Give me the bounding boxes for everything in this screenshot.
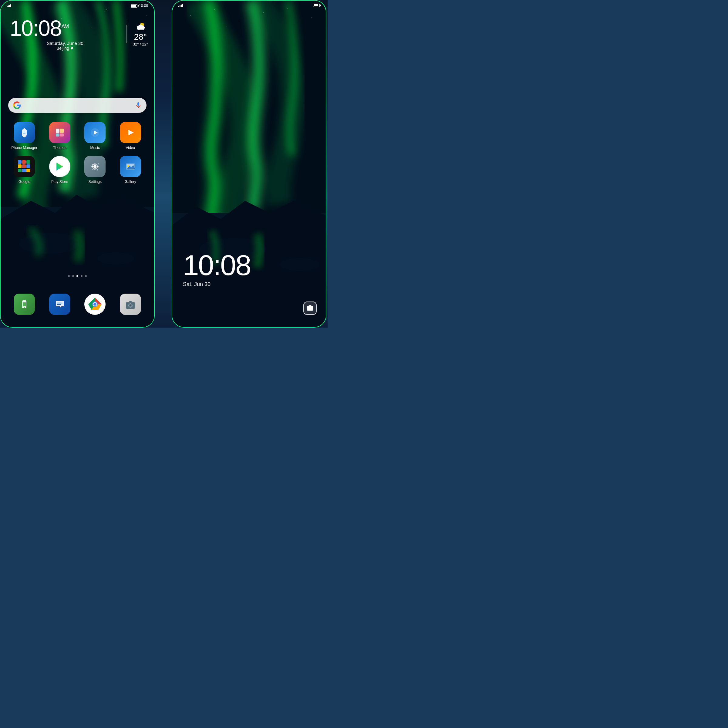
svg-point-12	[98, 252, 134, 265]
video-icon	[120, 122, 141, 143]
svg-rect-27	[18, 164, 21, 168]
app-video[interactable]: Video	[114, 122, 147, 150]
dot-5	[85, 275, 87, 277]
phone-manager-icon	[14, 122, 35, 143]
svg-point-48	[93, 303, 96, 306]
camera-lock-icon	[306, 304, 314, 312]
music-icon	[84, 122, 106, 143]
app-music[interactable]: Music	[79, 122, 111, 150]
dot-2	[72, 275, 74, 277]
app-themes[interactable]: Themes	[44, 122, 76, 150]
dock-chrome[interactable]	[79, 294, 111, 315]
weather-range: 32° / 22°	[133, 42, 148, 46]
battery-icon-right	[313, 4, 320, 7]
google-label: Google	[18, 180, 30, 184]
themes-icon	[49, 122, 70, 143]
music-label: Music	[90, 145, 100, 150]
phone-manager-label: Phone Manager	[12, 145, 37, 150]
mic-icon	[135, 102, 142, 109]
dock-chrome-icon	[84, 294, 106, 315]
svg-point-64	[280, 258, 320, 271]
weather-widget: 28° 32° / 22°	[133, 22, 148, 46]
svg-rect-20	[56, 133, 60, 136]
location-icon	[70, 46, 74, 50]
svg-point-36	[94, 165, 96, 168]
signal-icon	[7, 4, 11, 7]
svg-point-40	[127, 165, 129, 167]
svg-marker-33	[57, 163, 63, 170]
phone-left: 10:08 10:08AM Saturday, June 30 Beijing	[0, 0, 155, 327]
phone-right: 10:08 Sat, Jun 30	[172, 0, 326, 327]
status-bar-right	[172, 4, 326, 7]
svg-rect-21	[60, 133, 64, 136]
svg-point-57	[239, 20, 239, 21]
svg-rect-17	[137, 28, 144, 29]
svg-point-59	[312, 17, 312, 18]
app-settings[interactable]: Settings	[79, 156, 111, 184]
weather-icon	[135, 22, 147, 31]
svg-rect-18	[56, 128, 60, 133]
clock-date: Saturday, June 30	[10, 41, 121, 46]
play-store-icon	[49, 156, 70, 177]
status-right: 10:08	[131, 4, 148, 8]
google-icon	[14, 156, 35, 177]
dock-phone-icon	[14, 294, 35, 315]
svg-point-3	[37, 14, 37, 15]
themes-label: Themes	[53, 145, 66, 150]
dot-3	[76, 275, 78, 277]
video-label: Video	[126, 145, 135, 150]
play-store-label: Play Store	[51, 180, 68, 184]
dock: Phone	[8, 294, 147, 315]
clock-widget: 10:08AM Saturday, June 30 Beijing	[10, 17, 148, 50]
status-bar-left: 10:08	[1, 4, 154, 8]
lock-clock: 10:08 Sat, Jun 30	[183, 251, 251, 288]
svg-point-11	[19, 232, 80, 254]
svg-rect-32	[26, 169, 30, 172]
svg-rect-31	[22, 169, 26, 172]
camera-button[interactable]	[303, 301, 317, 315]
lock-camera[interactable]	[303, 301, 317, 315]
page-dots	[1, 275, 154, 277]
svg-rect-28	[22, 164, 26, 168]
weather-temp: 28°	[133, 32, 148, 42]
settings-label: Settings	[89, 180, 102, 184]
svg-point-53	[131, 304, 132, 305]
clock-left: 10:08AM Saturday, June 30 Beijing	[10, 17, 121, 50]
battery-icon	[131, 4, 138, 8]
svg-marker-23	[128, 130, 134, 135]
dock-phone[interactable]: Phone	[8, 294, 41, 315]
settings-icon	[84, 156, 106, 177]
app-grid: Phone Manager Themes	[8, 122, 147, 184]
svg-rect-30	[18, 169, 21, 172]
gallery-icon	[120, 156, 141, 177]
status-time: 10:08	[139, 4, 148, 8]
svg-point-7	[146, 15, 147, 16]
app-phone-manager[interactable]: Phone Manager	[8, 122, 41, 150]
signal-icon-right	[178, 4, 183, 7]
svg-rect-25	[22, 160, 26, 164]
svg-rect-24	[18, 160, 21, 164]
app-google[interactable]: Google	[8, 156, 41, 184]
gallery-label: Gallery	[125, 180, 136, 184]
svg-point-5	[107, 9, 107, 10]
dot-4	[81, 275, 83, 277]
dock-messages-icon	[49, 294, 70, 315]
search-bar[interactable]	[8, 98, 147, 113]
dock-messages[interactable]	[44, 294, 76, 315]
dot-1	[68, 275, 70, 277]
clock-time: 10:08AM	[10, 17, 121, 39]
dock-camera-icon	[120, 294, 141, 315]
app-gallery[interactable]: Gallery	[114, 156, 147, 184]
svg-rect-19	[60, 128, 64, 133]
app-play-store[interactable]: Play Store	[44, 156, 76, 184]
lock-time: 10:08	[183, 251, 251, 280]
lock-date: Sat, Jun 30	[183, 281, 251, 288]
svg-rect-26	[26, 160, 30, 164]
svg-rect-29	[26, 164, 30, 168]
google-logo	[13, 101, 21, 110]
main-container: 10:08 10:08AM Saturday, June 30 Beijing	[0, 0, 327, 327]
svg-point-41	[24, 307, 25, 308]
dock-camera[interactable]	[114, 294, 147, 315]
clock-location: Beijing	[10, 46, 121, 50]
